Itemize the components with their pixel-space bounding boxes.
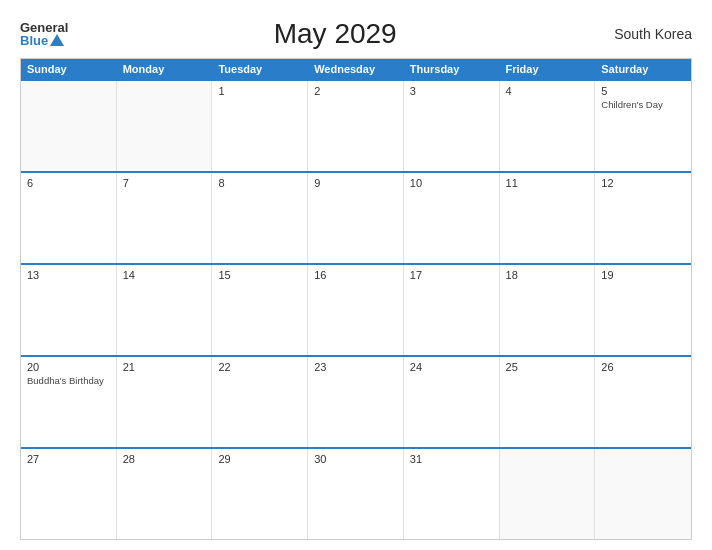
day-number: 27 bbox=[27, 453, 110, 465]
header-monday: Monday bbox=[117, 59, 213, 79]
day-number: 15 bbox=[218, 269, 301, 281]
day-number: 3 bbox=[410, 85, 493, 97]
calendar-cell-w5-d2: 28 bbox=[117, 449, 213, 539]
event-label: Children's Day bbox=[601, 99, 685, 110]
calendar-cell-w2-d3: 8 bbox=[212, 173, 308, 263]
header-sunday: Sunday bbox=[21, 59, 117, 79]
calendar-cell-w4-d5: 24 bbox=[404, 357, 500, 447]
calendar-cell-w2-d1: 6 bbox=[21, 173, 117, 263]
calendar-page: General Blue May 2029 South Korea Sunday… bbox=[0, 0, 712, 550]
logo: General Blue bbox=[20, 21, 68, 47]
day-number: 16 bbox=[314, 269, 397, 281]
calendar-grid: Sunday Monday Tuesday Wednesday Thursday… bbox=[20, 58, 692, 540]
logo-blue-text: Blue bbox=[20, 34, 68, 47]
day-number: 5 bbox=[601, 85, 685, 97]
event-label: Buddha's Birthday bbox=[27, 375, 110, 386]
calendar-cell-w5-d3: 29 bbox=[212, 449, 308, 539]
calendar-cell-w1-d7: 5Children's Day bbox=[595, 81, 691, 171]
calendar-header: Sunday Monday Tuesday Wednesday Thursday… bbox=[21, 59, 691, 79]
calendar-week-4: 20Buddha's Birthday212223242526 bbox=[21, 355, 691, 447]
header-wednesday: Wednesday bbox=[308, 59, 404, 79]
calendar-cell-w5-d5: 31 bbox=[404, 449, 500, 539]
day-number: 11 bbox=[506, 177, 589, 189]
calendar-cell-w3-d3: 15 bbox=[212, 265, 308, 355]
calendar-cell-w2-d7: 12 bbox=[595, 173, 691, 263]
day-number: 24 bbox=[410, 361, 493, 373]
logo-triangle-icon bbox=[50, 34, 64, 46]
calendar-cell-w3-d2: 14 bbox=[117, 265, 213, 355]
day-number: 23 bbox=[314, 361, 397, 373]
day-number: 12 bbox=[601, 177, 685, 189]
calendar-cell-w4-d6: 25 bbox=[500, 357, 596, 447]
calendar-cell-w5-d4: 30 bbox=[308, 449, 404, 539]
calendar-cell-w3-d4: 16 bbox=[308, 265, 404, 355]
day-number: 10 bbox=[410, 177, 493, 189]
calendar-cell-w4-d3: 22 bbox=[212, 357, 308, 447]
month-title: May 2029 bbox=[68, 18, 602, 50]
day-number: 8 bbox=[218, 177, 301, 189]
calendar-cell-w3-d1: 13 bbox=[21, 265, 117, 355]
calendar-week-2: 6789101112 bbox=[21, 171, 691, 263]
day-number: 31 bbox=[410, 453, 493, 465]
calendar-cell-w1-d4: 2 bbox=[308, 81, 404, 171]
header-friday: Friday bbox=[500, 59, 596, 79]
calendar-body: 12345Children's Day678910111213141516171… bbox=[21, 79, 691, 539]
day-number: 4 bbox=[506, 85, 589, 97]
day-number: 29 bbox=[218, 453, 301, 465]
country-label: South Korea bbox=[602, 26, 692, 42]
day-number: 30 bbox=[314, 453, 397, 465]
calendar-cell-w5-d6 bbox=[500, 449, 596, 539]
calendar-week-5: 2728293031 bbox=[21, 447, 691, 539]
calendar-cell-w2-d4: 9 bbox=[308, 173, 404, 263]
day-number: 26 bbox=[601, 361, 685, 373]
calendar-cell-w1-d6: 4 bbox=[500, 81, 596, 171]
calendar-cell-w2-d6: 11 bbox=[500, 173, 596, 263]
day-number: 25 bbox=[506, 361, 589, 373]
calendar-cell-w3-d6: 18 bbox=[500, 265, 596, 355]
calendar-cell-w2-d5: 10 bbox=[404, 173, 500, 263]
calendar-cell-w3-d5: 17 bbox=[404, 265, 500, 355]
calendar-cell-w3-d7: 19 bbox=[595, 265, 691, 355]
day-number: 19 bbox=[601, 269, 685, 281]
calendar-cell-w2-d2: 7 bbox=[117, 173, 213, 263]
day-number: 22 bbox=[218, 361, 301, 373]
day-number: 28 bbox=[123, 453, 206, 465]
calendar-cell-w1-d2 bbox=[117, 81, 213, 171]
day-number: 13 bbox=[27, 269, 110, 281]
calendar-cell-w1-d1 bbox=[21, 81, 117, 171]
calendar-week-1: 12345Children's Day bbox=[21, 79, 691, 171]
calendar-cell-w5-d1: 27 bbox=[21, 449, 117, 539]
day-number: 20 bbox=[27, 361, 110, 373]
header-tuesday: Tuesday bbox=[212, 59, 308, 79]
header-saturday: Saturday bbox=[595, 59, 691, 79]
calendar-cell-w4-d7: 26 bbox=[595, 357, 691, 447]
calendar-cell-w1-d3: 1 bbox=[212, 81, 308, 171]
day-number: 9 bbox=[314, 177, 397, 189]
calendar-cell-w4-d2: 21 bbox=[117, 357, 213, 447]
day-number: 1 bbox=[218, 85, 301, 97]
calendar-cell-w5-d7 bbox=[595, 449, 691, 539]
calendar-cell-w1-d5: 3 bbox=[404, 81, 500, 171]
calendar-cell-w4-d4: 23 bbox=[308, 357, 404, 447]
calendar-cell-w4-d1: 20Buddha's Birthday bbox=[21, 357, 117, 447]
day-number: 21 bbox=[123, 361, 206, 373]
day-number: 18 bbox=[506, 269, 589, 281]
day-number: 2 bbox=[314, 85, 397, 97]
day-number: 6 bbox=[27, 177, 110, 189]
day-number: 7 bbox=[123, 177, 206, 189]
header-thursday: Thursday bbox=[404, 59, 500, 79]
page-header: General Blue May 2029 South Korea bbox=[20, 18, 692, 50]
day-number: 17 bbox=[410, 269, 493, 281]
day-number: 14 bbox=[123, 269, 206, 281]
calendar-week-3: 13141516171819 bbox=[21, 263, 691, 355]
